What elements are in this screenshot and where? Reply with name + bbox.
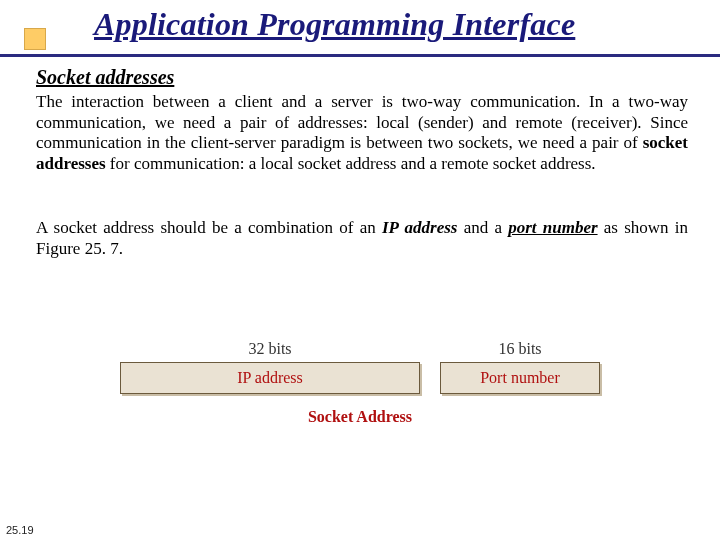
para1-text-a: The interaction between a client and a s… <box>36 92 688 152</box>
ip-address-box: IP address <box>120 362 420 394</box>
para1-text-c: for communication: a local socket addres… <box>106 154 596 173</box>
socket-address-figure: 32 bits 16 bits IP address Port number S… <box>120 340 600 426</box>
port-number-box: Port number <box>440 362 600 394</box>
para2-text-c: and a <box>457 218 508 237</box>
slide-title: Application Programming Interface <box>94 6 575 43</box>
bits-ip-label: 32 bits <box>120 340 420 358</box>
bits-row: 32 bits 16 bits <box>120 340 600 358</box>
para2-port: port number <box>508 218 597 237</box>
para2-text-a: A socket address should be a combination… <box>36 218 382 237</box>
figure-caption: Socket Address <box>120 408 600 426</box>
box-row: IP address Port number <box>120 362 600 394</box>
paragraph-2: A socket address should be a combination… <box>36 218 688 259</box>
paragraph-1: The interaction between a client and a s… <box>36 92 688 175</box>
bits-port-label: 16 bits <box>440 340 600 358</box>
page-number: 25.19 <box>6 524 34 536</box>
section-heading: Socket addresses <box>36 66 174 89</box>
para2-ip: IP address <box>382 218 458 237</box>
title-underline <box>0 54 720 57</box>
slide-bullet-decoration <box>24 28 46 50</box>
